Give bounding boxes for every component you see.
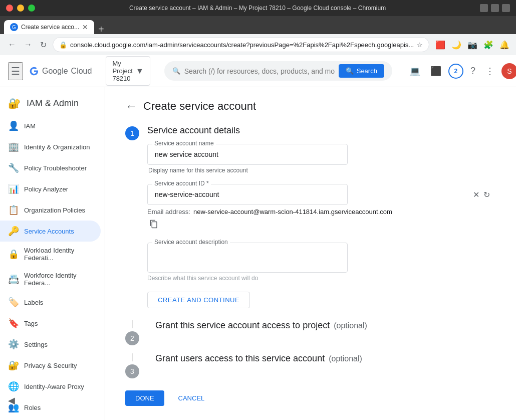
reload-btn[interactable]: ↻ [38,38,49,52]
sidebar-item-privacy-security[interactable]: 🔐 Privacy & Security [0,355,101,376]
sidebar-item-policy-analyzer[interactable]: 📊 Policy Analyzer [0,178,101,199]
search-bar[interactable]: 🔍 🔍 Search [164,61,392,81]
sidebar-label-policy-troubleshooter: Policy Troubleshooter [24,164,87,172]
terminal-btn[interactable]: ⬛ [427,63,444,80]
sidebar-item-audit-logs[interactable]: 📄 Audit Logs [0,418,101,420]
step-2-indicator: 2 [125,320,139,345]
back-nav-btn[interactable]: ← [6,38,18,51]
sidebar-label-roles: Roles [24,404,41,411]
sidebar-collapse-btn[interactable]: ◀ [0,391,23,410]
sidebar-item-policy-troubleshooter[interactable]: 🔧 Policy Troubleshooter [0,157,101,178]
ext-2[interactable]: 🌙 [449,38,463,52]
nav-bar: ← → ↻ 🔒 console.cloud.google.com/iam-adm… [0,34,516,55]
window-controls[interactable] [6,5,35,12]
cancel-button[interactable]: CANCEL [168,390,215,406]
step-2-content: Grant this service account access to pro… [155,320,496,331]
cancel-label: CANCEL [178,394,205,402]
window-icon-3[interactable] [502,4,510,12]
project-selector[interactable]: My Project 78210 ▼ [106,56,150,86]
forward-nav-btn[interactable]: → [22,38,34,51]
sidebar-item-iam[interactable]: 👤 IAM [0,115,101,136]
ext-3[interactable]: 📷 [465,38,479,52]
sidebar-item-workforce-identity[interactable]: 📇 Workforce Identity Federa... [0,267,101,292]
new-tab-btn[interactable]: + [98,24,104,34]
ext-4[interactable]: 🧩 [481,38,495,52]
user-avatar[interactable]: S [501,63,516,79]
title-bar: Create service account – IAM & Admin – M… [0,0,516,16]
done-button[interactable]: DONE [125,390,164,406]
window-icon-1[interactable] [480,4,488,12]
window-icon-2[interactable] [491,4,499,12]
step-2-header: Grant this service account access to pro… [155,320,496,331]
create-continue-btn[interactable]: CREATE AND CONTINUE [147,292,250,308]
search-icon: 🔍 [172,67,180,75]
sidebar-item-org-policies[interactable]: 📋 Organization Policies [0,199,101,221]
clear-id-btn[interactable]: ✕ [472,189,480,200]
sidebar-item-service-accounts[interactable]: 🔑 Service Accounts [0,221,101,242]
identity-org-icon: 🏢 [8,141,18,152]
workload-identity-icon: 🔒 [8,249,18,260]
more-btn[interactable]: ⋮ [482,63,497,80]
ext-6[interactable]: ⋮ [513,38,516,52]
logo-cloud-text: Cloud [71,67,92,76]
step-2-title: Grant this service account access to pro… [155,320,330,331]
copy-email-btn[interactable] [147,218,160,233]
ext-5[interactable]: 🔔 [497,38,511,52]
help-btn[interactable]: ? [467,63,478,79]
sidebar-label-privacy: Privacy & Security [24,362,77,369]
sidebar-item-settings[interactable]: ⚙️ Settings [0,334,101,355]
service-account-name-input[interactable] [147,144,348,165]
sidebar-header-icon: 🔐 [8,97,21,109]
sidebar-item-labels[interactable]: 🏷️ Labels [0,292,101,313]
tab-close-btn[interactable]: ✕ [82,23,88,31]
project-chevron-icon: ▼ [136,67,144,76]
step-3-number: 3 [125,364,139,378]
step-1-number: 1 [125,126,139,140]
sidebar-item-workload-identity[interactable]: 🔒 Workload Identity Federati... [0,242,101,267]
notification-badge[interactable]: 2 [448,64,463,79]
step-3-section: 3 Grant users access to this service acc… [125,353,496,378]
name-hint: Display name for this service account [148,167,496,174]
active-tab[interactable]: G Create service acco... ✕ [4,20,94,34]
service-account-id-input[interactable] [147,184,348,205]
sidebar-label-settings: Settings [24,341,48,348]
search-btn-icon: 🔍 [346,67,354,75]
maximize-btn[interactable] [28,5,35,12]
sidebar: 🔐 IAM & Admin 👤 IAM 🏢 Identity & Organiz… [0,87,105,420]
copy-icon [149,220,158,229]
labels-icon: 🏷️ [8,297,18,308]
sidebar-label-org-policies: Organization Policies [24,206,85,214]
close-btn[interactable] [6,5,13,12]
tab-title: Create service acco... [21,24,79,31]
step-2-optional: (optional) [334,321,367,330]
avatar-letter: S [507,67,511,75]
sidebar-item-tags[interactable]: 🔖 Tags [0,313,101,334]
address-bar[interactable]: 🔒 console.cloud.google.com/iam-admin/ser… [53,37,429,52]
step-3-content: Grant users access to this service accou… [155,353,496,364]
refresh-id-btn[interactable]: ↻ [482,189,491,200]
iap-icon: 🌐 [8,381,18,392]
minimize-btn[interactable] [17,5,24,12]
step-2-section: 2 Grant this service account access to p… [125,320,496,345]
star-icon[interactable]: ☆ [417,41,423,49]
sidebar-item-identity-org[interactable]: 🏢 Identity & Organization [0,136,101,157]
search-input[interactable] [184,67,335,75]
google-cloud-logo[interactable]: Google Cloud [29,66,92,76]
policy-troubleshooter-icon: 🔧 [8,162,18,173]
search-btn-label: Search [357,67,377,75]
ext-1[interactable]: 🟥 [433,38,447,52]
id-field-with-actions: ✕ ↻ [147,184,496,205]
sidebar-label-iam: IAM [24,122,36,130]
step-2-number-text: 2 [130,334,134,342]
id-label: Service account ID * [152,180,211,187]
description-input[interactable] [147,243,348,273]
sidebar-label-tags: Tags [24,320,38,327]
search-button[interactable]: 🔍 Search [339,64,384,78]
id-field-actions: ✕ ↻ [472,189,491,200]
step-1-content: Service account details Service account … [147,125,496,308]
copy-row [147,218,496,233]
hamburger-btn[interactable]: ☰ [8,62,23,80]
code-btn[interactable]: 💻 [406,63,423,80]
back-button[interactable]: ← [125,99,137,113]
tab-favicon: G [10,23,18,31]
